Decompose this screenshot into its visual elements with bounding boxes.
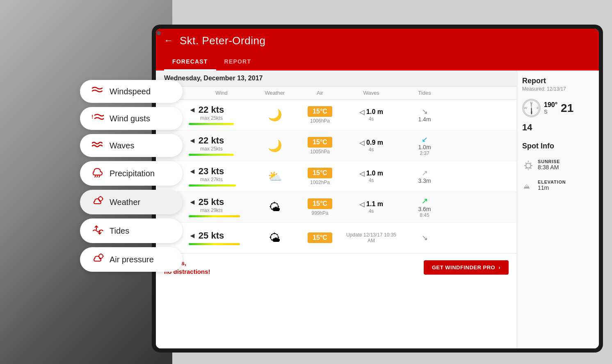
temp-badge: 15°C [308, 168, 332, 178]
air-cell: 15°C 999hPa [295, 198, 345, 216]
tide-time: 8:45 [420, 212, 429, 218]
wave-period: 4s [369, 208, 374, 214]
wave-arrow: ◁ [359, 139, 364, 147]
tides-cell: ↘ [398, 233, 451, 242]
menu-label-windgusts: Wind gusts [110, 114, 150, 123]
wind-direction-arrow: ◄ [189, 136, 196, 145]
pressure-text: 999hPa [311, 210, 328, 216]
date-header: Wednesday, December 13, 2017 [156, 71, 517, 86]
tablet-screen: ← Skt. Peter-Ording FORECAST REPORT Wedn… [156, 29, 599, 348]
wind-bar [189, 123, 234, 125]
weather-icon-cell: 🌤 [254, 231, 295, 245]
waves-cell: Update 12/13/17 10:35 AM [345, 232, 398, 243]
elevation-label: ELEVATION [538, 180, 566, 184]
report-measured: Measured: 12/13/17 [522, 86, 594, 92]
menu-label-tides: Tides [110, 226, 129, 236]
weather-icon-cell: 🌤 [254, 200, 295, 214]
menu-item-windgusts[interactable]: ! Wind gusts [80, 107, 183, 130]
windfinder-pro-button[interactable]: GET WINDFINDER PRO › [424, 260, 509, 275]
spot-info-sunrise: SUNRISE 8:38 AM [522, 159, 594, 171]
wind-speed: 25 kts [199, 230, 224, 241]
menu-item-airpressure[interactable]: Air pressure [80, 247, 183, 272]
waves-cell: ◁ 1.0 m 4s [345, 170, 398, 183]
menu-label-weather: Weather [110, 198, 140, 207]
menu-label-windspeed: Windspeed [110, 87, 151, 96]
wind-bar [189, 154, 234, 156]
weather-icon-cell: 🌙 [254, 139, 295, 152]
waves-cell: ◁ 1.0 m 4s [345, 108, 398, 122]
direction-deg: 190° [544, 101, 557, 109]
weather-icon: 🌙 [268, 139, 282, 152]
menu-item-tides[interactable]: Tides [80, 218, 183, 243]
precipitation-icon [91, 167, 104, 180]
menu-item-weather[interactable]: Weather [80, 190, 183, 214]
temp-badge: 15°C [308, 232, 332, 243]
svg-line-21 [99, 176, 100, 177]
col-weather: Weather [254, 90, 295, 96]
waves-icon [91, 140, 104, 151]
svg-text:!: ! [91, 114, 93, 120]
tab-bar: FORECAST REPORT [156, 52, 599, 71]
wind-bar-container [189, 154, 254, 156]
menu-item-precipitation[interactable]: Precipitation [80, 161, 183, 186]
report-wind-value: 21 [561, 102, 573, 115]
spot-info-title: Spot Info [522, 142, 594, 150]
menu-label-waves: Waves [110, 141, 134, 150]
table-row: ◄ 25 kts 🌤 15°C Update 12/13/ [156, 223, 517, 253]
weather-icon: 🌤 [269, 231, 281, 245]
spot-info-elevation: ⛰ ELEVATION 11m [522, 179, 594, 191]
weather-icon: 🌙 [268, 108, 282, 122]
wind-cell: ◄ 23 kts max 27kts [189, 166, 254, 187]
svg-point-22 [98, 197, 103, 201]
tide-value: 3.3m [418, 177, 431, 184]
tab-report[interactable]: REPORT [216, 52, 260, 71]
air-cell: 15°C 1006hPa [295, 106, 345, 124]
sunrise-label: SUNRISE [538, 159, 560, 164]
weather-icon-cell: 🌙 [254, 108, 295, 122]
wind-bar [189, 243, 240, 245]
compass-svg: N S W E [523, 100, 540, 116]
air-cell: 15°C 1002hPa [295, 168, 345, 185]
back-button[interactable]: ← [164, 35, 173, 46]
elevation-value: 11m [538, 184, 566, 191]
promo-bar: No ads, no distractions! GET WINDFINDER … [156, 253, 517, 281]
windgusts-icon: ! [91, 113, 104, 124]
wave-arrow: ◁ [359, 170, 364, 177]
wave-size: 0.9 m [366, 139, 383, 146]
sunrise-icon [522, 159, 534, 171]
wave-period: 4s [369, 147, 374, 152]
tab-forecast[interactable]: FORECAST [164, 52, 216, 71]
col-waves: Waves [345, 90, 398, 96]
wind-direction-info: 190° S [544, 101, 557, 115]
table-row: 2am ◄ 22 kts max 25kts 🌙 [156, 130, 517, 161]
pressure-text: 1002hPa [310, 180, 330, 185]
weather-icon: 🌤 [269, 200, 281, 214]
wind-speed: 22 kts [199, 105, 224, 115]
svg-point-27 [99, 254, 103, 258]
wave-period: 4s [369, 177, 374, 183]
wave-size: 1.0 m [366, 108, 383, 116]
report-section: Report Measured: 12/13/17 [522, 77, 594, 92]
svg-text:E: E [537, 106, 539, 110]
wind-direction-arrow: ◄ [189, 167, 196, 176]
table-row: 1am ◄ 22 kts max 25kts 🌙 [156, 100, 517, 130]
content-area: Wednesday, December 13, 2017 me Wind Wea… [156, 71, 599, 348]
tides-icon [91, 224, 104, 237]
menu-item-waves[interactable]: Waves [80, 134, 183, 157]
tide-arrow: ↘ [422, 233, 428, 242]
col-wind: Wind [189, 90, 254, 96]
tide-value: 3.6m [418, 206, 431, 212]
location-title: Skt. Peter-Ording [180, 34, 265, 47]
sunrise-info: SUNRISE 8:38 AM [538, 159, 560, 171]
right-panel: Report Measured: 12/13/17 N S W E [517, 71, 599, 348]
airpressure-icon [91, 253, 104, 266]
main-table: Wednesday, December 13, 2017 me Wind Wea… [156, 71, 517, 348]
tide-time: 2:37 [420, 150, 429, 156]
svg-line-15 [530, 163, 531, 164]
promo-button-arrow: › [498, 264, 500, 271]
wind-direction-arrow: ◄ [189, 198, 196, 207]
tablet-frame: ← Skt. Peter-Ording FORECAST REPORT Wedn… [152, 25, 603, 353]
wind-max: max 27kts [200, 177, 254, 182]
menu-item-windspeed[interactable]: Windspeed [80, 80, 183, 103]
wind-bar-container [189, 243, 254, 245]
